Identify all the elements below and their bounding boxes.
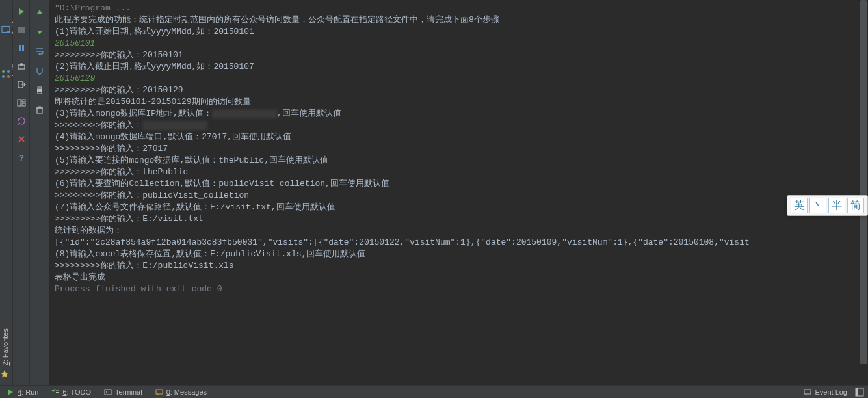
console-line: (3)请输入mongo数据库IP地址,默认值：,回车使用默认值: [55, 108, 863, 120]
svg-rect-6: [18, 27, 25, 33]
svg-rect-18: [38, 92, 42, 94]
soft-wrap-button[interactable]: [32, 44, 47, 59]
svg-point-10: [20, 63, 23, 66]
console-line: (2)请输入截止日期,格式yyyyMMdd,如：20150107: [55, 61, 863, 73]
up-button[interactable]: [32, 5, 47, 20]
project-tab[interactable]: 1: Project: [0, 0, 12, 38]
console-line: >>>>>>>>>你的输入：publicVisit_colletion: [55, 190, 863, 202]
pause-button[interactable]: [14, 41, 29, 55]
console-toolbar: [30, 0, 49, 385]
svg-rect-12: [18, 100, 21, 106]
event-log-tab[interactable]: Event Log: [797, 386, 854, 398]
play-icon: [7, 388, 14, 396]
svg-rect-24: [804, 390, 811, 394]
svg-rect-20: [56, 390, 59, 391]
rerun-button[interactable]: [14, 5, 29, 19]
dump-button[interactable]: [14, 59, 29, 73]
console-line: 20150129: [55, 73, 863, 85]
svg-rect-13: [22, 100, 25, 102]
ime-simp-button[interactable]: 简: [847, 198, 864, 213]
ime-lang-button[interactable]: 英: [791, 198, 808, 213]
help-button[interactable]: ?: [14, 150, 29, 165]
svg-rect-21: [56, 392, 59, 393]
svg-point-2: [7, 75, 10, 78]
console-line: 20150101: [55, 38, 863, 49]
pin-button[interactable]: [14, 114, 29, 128]
console-line: >>>>>>>>>你的输入：27017: [55, 143, 863, 155]
favorites-star-icon: [0, 369, 12, 385]
svg-rect-17: [38, 87, 42, 89]
favorites-tab[interactable]: 2: Favorites: [0, 325, 12, 369]
down-button[interactable]: [32, 24, 47, 40]
ime-punct-button[interactable]: 丶: [809, 198, 826, 213]
svg-rect-7: [19, 45, 21, 51]
left-toolwindow-bar: 1: Project 7: Structure 2: Favorites: [0, 0, 13, 385]
svg-point-5: [2, 70, 5, 73]
clear-button[interactable]: [32, 102, 47, 118]
console-line: (7)请输入公众号文件存储路径,默认值：E:/visit.txt,回车使用默认值: [55, 202, 863, 213]
svg-text:?: ?: [19, 153, 24, 162]
terminal-icon: [104, 388, 112, 396]
checklist-icon: [51, 388, 59, 396]
console-line: (1)请输入开始日期,格式yyyyMMdd,如：20150101: [55, 26, 863, 38]
svg-rect-1: [7, 31, 10, 32]
console-line: 统计到的数据为：: [55, 225, 863, 237]
structure-icon: [1, 70, 10, 79]
console-line: 即将统计的是20150101~20150129期间的访问数量: [55, 96, 863, 108]
vertical-scrollbar[interactable]: [860, 0, 867, 385]
console-line: 此程序要完成的功能：统计指定时期范围内的所有公众号访问数量，公众号配置在指定路径…: [55, 14, 863, 26]
ime-floating-bar[interactable]: 英 丶 半 简: [787, 195, 868, 216]
svg-rect-23: [156, 390, 163, 394]
console-line: [{"id":"2c28af854a9f12ba014ab3c83fb50031…: [55, 237, 863, 248]
console-line: >>>>>>>>>你的输入：thePublic: [55, 166, 863, 178]
eventlog-icon: [804, 388, 811, 396]
layout-button[interactable]: [14, 96, 29, 110]
console-output[interactable]: "D:\Program ... 此程序要完成的功能：统计指定时期范围内的所有公众…: [49, 0, 868, 385]
scroll-end-button[interactable]: [32, 63, 47, 79]
console-line: 表格导出完成: [55, 272, 863, 284]
console-line: (4)请输入mongo数据库端口,默认值：27017,回车使用默认值: [55, 131, 863, 143]
project-icon: [1, 25, 10, 34]
console-line: >>>>>>>>>你的输入：20150129: [55, 85, 863, 96]
run-tool-tab[interactable]: 4: Run: [0, 386, 45, 398]
svg-point-4: [7, 70, 10, 73]
svg-rect-14: [22, 103, 25, 106]
exit-button[interactable]: [14, 77, 29, 92]
svg-rect-19: [37, 108, 42, 113]
bottom-toolwindow-bar: 4: Run 6: TODO Terminal 0: Messages Even…: [0, 385, 868, 398]
svg-rect-8: [22, 45, 24, 51]
close-button[interactable]: [14, 132, 29, 146]
ime-width-button[interactable]: 半: [828, 198, 845, 213]
messages-tool-tab[interactable]: 0: Messages: [149, 386, 213, 398]
console-line: (6)请输入要查询的Collection,默认值：publicVisit_col…: [55, 178, 863, 190]
console-line: >>>>>>>>>你的输入：E:/visit.txt: [55, 213, 863, 225]
scrollbar-thumb[interactable]: [860, 0, 867, 364]
stop-button[interactable]: [14, 23, 29, 37]
run-toolbar: ?: [13, 0, 30, 385]
structure-tab[interactable]: 7: Structure: [0, 38, 12, 83]
terminal-tool-tab[interactable]: Terminal: [98, 386, 149, 398]
console-line: "D:\Program ...: [55, 3, 863, 14]
console-line: >>>>>>>>>你的输入：20150101: [55, 49, 863, 61]
console-line: Process finished with exit code 0: [55, 284, 863, 295]
todo-tool-tab[interactable]: 6: TODO: [45, 386, 98, 398]
messages-icon: [155, 388, 163, 396]
svg-point-3: [2, 75, 5, 78]
console-line: >>>>>>>>>你的输入：E:/publicVisit.xls: [55, 260, 863, 272]
svg-rect-26: [856, 388, 858, 396]
print-button[interactable]: [32, 83, 47, 98]
console-line: (8)请输入excel表格保存位置,默认值：E:/publicVisit.xls…: [55, 248, 863, 260]
console-line: >>>>>>>>>你的输入：: [55, 120, 863, 131]
tool-windows-toggle[interactable]: [854, 386, 865, 398]
console-line: (5)请输入要连接的mongo数据库,默认值：thePublic,回车使用默认值: [55, 155, 863, 166]
